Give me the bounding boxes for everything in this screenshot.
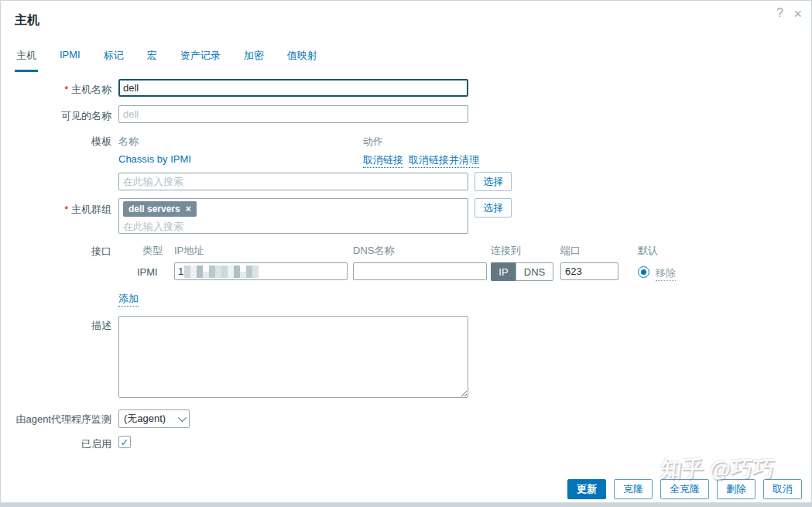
host-group-select-button[interactable]: 选择 bbox=[475, 198, 512, 218]
cancel-button[interactable]: 取消 bbox=[763, 479, 802, 499]
close-icon[interactable]: × bbox=[793, 7, 802, 21]
host-name-input[interactable] bbox=[118, 79, 468, 97]
remove-interface-link: 移除 bbox=[656, 266, 676, 281]
host-groups-search-placeholder[interactable]: 在此输入搜索 bbox=[123, 220, 464, 234]
connect-to-toggle: IP DNS bbox=[491, 262, 553, 281]
templates-col-action: 动作 bbox=[363, 135, 383, 149]
check-icon: ✓ bbox=[121, 437, 129, 448]
col-port: 端口 bbox=[560, 244, 581, 258]
help-icon[interactable]: ? bbox=[776, 7, 783, 19]
description-label: 描述 bbox=[1, 319, 111, 333]
linked-template-link[interactable]: Chassis by IPMI bbox=[118, 153, 191, 165]
footer-actions: 更新 克隆 全克隆 删除 取消 bbox=[567, 479, 802, 499]
chevron-down-icon bbox=[178, 413, 187, 422]
interfaces-label: 接口 bbox=[1, 245, 111, 259]
templates-label: 模板 bbox=[1, 135, 111, 149]
ip-redacted-mosaic bbox=[184, 265, 259, 278]
update-button[interactable]: 更新 bbox=[567, 479, 606, 499]
delete-button[interactable]: 删除 bbox=[717, 479, 755, 499]
templates-col-name: 名称 bbox=[118, 135, 139, 149]
host-group-chip-label: dell servers bbox=[128, 204, 180, 214]
proxy-label: 由agent代理程序监测 bbox=[1, 413, 111, 426]
dns-name-input[interactable] bbox=[353, 262, 487, 280]
template-search-input[interactable] bbox=[118, 173, 468, 190]
proxy-select[interactable]: (无agent) bbox=[118, 409, 190, 428]
col-ip: IP地址 bbox=[174, 244, 204, 258]
port-input[interactable] bbox=[560, 262, 618, 280]
visible-name-label: 可见的名称 bbox=[1, 109, 111, 123]
col-connect-to: 连接到 bbox=[491, 244, 521, 258]
unlink-link[interactable]: 取消链接 bbox=[363, 153, 403, 168]
enabled-checkbox[interactable]: ✓ bbox=[118, 436, 131, 448]
tab-host[interactable]: 主机 bbox=[15, 46, 38, 72]
tab-inventory[interactable]: 资产记录 bbox=[179, 46, 222, 72]
tab-bar: 主机 IPMI 标记 宏 资产记录 加密 值映射 bbox=[15, 46, 319, 72]
host-groups-label: 主机群组 bbox=[1, 203, 111, 217]
connect-to-dns-option[interactable]: DNS bbox=[516, 262, 553, 281]
host-name-label: 主机名称 bbox=[1, 83, 111, 97]
tab-tags[interactable]: 标记 bbox=[102, 46, 125, 72]
add-interface-link[interactable]: 添加 bbox=[118, 292, 139, 307]
description-textarea[interactable] bbox=[118, 316, 468, 398]
tab-ipmi[interactable]: IPMI bbox=[58, 46, 82, 72]
default-interface-radio[interactable] bbox=[638, 266, 649, 278]
tab-valuemaps[interactable]: 值映射 bbox=[286, 46, 319, 72]
unlink-clear-link[interactable]: 取消链接并清理 bbox=[409, 153, 479, 168]
host-group-chip: dell servers × bbox=[123, 201, 197, 217]
proxy-select-value: (无agent) bbox=[124, 412, 166, 426]
interface-type: IPMI bbox=[137, 266, 158, 278]
col-dns: DNS名称 bbox=[353, 244, 394, 258]
template-select-button[interactable]: 选择 bbox=[475, 172, 512, 191]
clone-button[interactable]: 克隆 bbox=[614, 479, 653, 499]
host-groups-multiselect[interactable]: dell servers × 在此输入搜索 bbox=[118, 198, 468, 234]
col-type: 类型 bbox=[142, 244, 163, 258]
page-title: 主机 bbox=[15, 12, 39, 29]
full-clone-button[interactable]: 全克隆 bbox=[660, 479, 709, 499]
host-config-dialog: 主机 ? × 主机 IPMI 标记 宏 资产记录 加密 值映射 主机名称 可见的… bbox=[0, 0, 812, 507]
visible-name-input[interactable] bbox=[118, 105, 468, 123]
enabled-label: 已启用 bbox=[1, 437, 111, 451]
tab-encryption[interactable]: 加密 bbox=[242, 46, 266, 72]
chip-remove-icon[interactable]: × bbox=[186, 204, 191, 214]
ip-redacted-prefix: 1 bbox=[178, 265, 183, 277]
tab-macros[interactable]: 宏 bbox=[146, 46, 159, 72]
ip-address-input[interactable]: 1 bbox=[174, 262, 348, 280]
connect-to-ip-option[interactable]: IP bbox=[491, 262, 516, 281]
col-default: 默认 bbox=[638, 244, 658, 258]
